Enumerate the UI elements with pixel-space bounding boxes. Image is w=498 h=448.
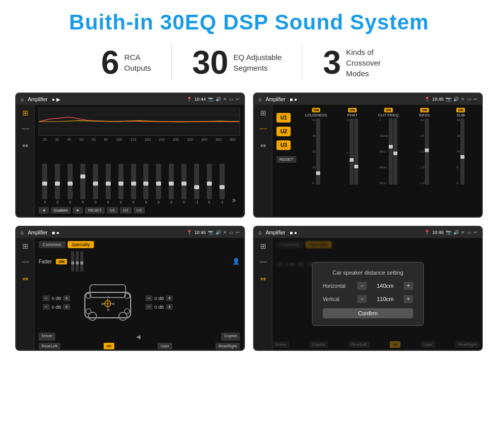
x-icon: ✕	[223, 97, 227, 102]
cr-wave-icon[interactable]: 〰	[260, 125, 267, 133]
fader-bottom-row-2: RearLeft All User RearRight	[39, 343, 240, 349]
eq-slider-15: -1	[220, 164, 225, 204]
main-title: Buith-in 30EQ DSP Sound System	[15, 10, 483, 35]
sub-on-badge[interactable]: ON	[456, 108, 465, 112]
stat-crossover-text: Kinds of Crossover Modes	[346, 47, 397, 79]
cr-arrows-icon[interactable]: ⇔	[260, 141, 266, 150]
volume-icon-2: 🔊	[453, 97, 459, 102]
back-icon[interactable]: ↩	[236, 97, 240, 102]
stat-eq-number: 30	[192, 46, 228, 79]
home-icon-3[interactable]: ⌂	[20, 229, 24, 235]
screen-crossover-body: ⊞ 〰 ⇔ U1 U2 U3 RESET	[254, 105, 482, 217]
fader-db-value-1: 0 dB	[52, 296, 61, 301]
loudness-on-badge[interactable]: ON	[312, 108, 321, 112]
eq-u3-button[interactable]: U3	[134, 207, 145, 214]
fader-rearright-button[interactable]: RearRight	[215, 343, 240, 349]
home-icon[interactable]: ⌂	[20, 96, 24, 102]
arrows-icon[interactable]: ⇔	[22, 141, 28, 150]
vertical-ctrl: − 110cm +	[357, 295, 413, 303]
fader-db-value-4: 0 dB	[154, 305, 164, 310]
fader-tab-common[interactable]: Common	[39, 241, 66, 248]
screen-eq-sidebar: ⊞ 〰 ⇔	[16, 105, 35, 217]
dist-user-button: User	[421, 341, 435, 348]
u3-button[interactable]: U3	[276, 140, 291, 150]
home-icon-4[interactable]: ⌂	[258, 229, 262, 235]
fader-tab-specialty[interactable]: Specialty	[68, 241, 95, 248]
fader-right-db: − 0 dB + − 0 dB +	[145, 295, 173, 310]
topbar-icons-2: 📍 10:45 📷 🔊 ✕ ▭ ↩	[424, 97, 478, 102]
horizontal-ctrl: − 140cm +	[357, 282, 413, 290]
back-icon-4[interactable]: ↩	[474, 230, 478, 235]
fader-db-minus-1[interactable]: −	[43, 295, 50, 301]
fader-db-plus-3[interactable]: +	[166, 295, 173, 301]
bass-on-badge[interactable]: ON	[420, 108, 429, 112]
fader-db-plus-1[interactable]: +	[63, 295, 70, 301]
fader-person-icon: 👤	[232, 258, 240, 265]
fader-eq-icon[interactable]: ⊞	[22, 242, 28, 250]
eq-slider-13: -1	[194, 164, 199, 204]
dialog-vertical-row: Vertical − 110cm +	[323, 295, 413, 303]
fader-db-minus-3[interactable]: −	[145, 295, 152, 301]
fader-db-control-3: − 0 dB +	[145, 295, 173, 301]
wave-icon[interactable]: 〰	[22, 125, 29, 133]
eq-u1-button[interactable]: U1	[107, 207, 118, 214]
home-icon-2[interactable]: ⌂	[258, 96, 262, 102]
svg-text:►: ►	[112, 302, 116, 306]
camera-icon-4: 📷	[446, 230, 451, 235]
crossover-channels: ON LOUDNESS 64 48 32 16 0	[299, 108, 478, 214]
fader-bottom-row: Driver ◄ Copilot	[39, 333, 240, 341]
camera-icon-2: 📷	[446, 97, 451, 102]
camera-icon-3: 📷	[208, 230, 213, 235]
fader-copilot-button[interactable]: Copilot	[221, 333, 240, 341]
eq-play-button[interactable]: ►	[73, 207, 83, 214]
eq-u2-button[interactable]: U2	[120, 207, 131, 214]
fader-db-value-2: 0 dB	[52, 305, 61, 310]
window-icon-4: ▭	[467, 230, 472, 235]
eq-prev-button[interactable]: ◄	[39, 207, 49, 214]
u2-button[interactable]: U2	[276, 127, 291, 136]
fader-driver-button[interactable]: Driver	[39, 333, 55, 341]
cutfreq-on-badge[interactable]: ON	[384, 108, 393, 112]
volume-icon-4: 🔊	[453, 230, 459, 235]
fader-left-chevron[interactable]: ◄	[135, 333, 142, 341]
fader-rearleft-button[interactable]: RearLeft	[39, 343, 60, 349]
horizontal-value: 140cm	[370, 283, 400, 289]
eq-filter-icon[interactable]: ⊞	[22, 109, 28, 117]
u1-button[interactable]: U1	[276, 113, 291, 123]
crossover-reset-button[interactable]: RESET	[276, 156, 296, 163]
fader-db-minus-2[interactable]: −	[43, 304, 50, 310]
screen-fader-time: 10:46	[194, 230, 206, 235]
horizontal-plus-button[interactable]: +	[403, 282, 413, 290]
vertical-minus-button[interactable]: −	[357, 295, 367, 303]
eq-reset-button[interactable]: RESET	[85, 207, 105, 214]
car-diagram: ▲ ▼ ◄ ►	[77, 275, 138, 331]
fader-on-toggle[interactable]: ON	[56, 259, 67, 264]
stat-rca-text: RCA Outputs	[124, 52, 151, 73]
back-icon-3[interactable]: ↩	[236, 230, 240, 235]
eq-sliders-row: 0 0 0 5	[39, 143, 240, 204]
location-icon: 📍	[186, 97, 192, 102]
dist-arrows-icon[interactable]: ⇔	[260, 275, 266, 283]
fader-all-button[interactable]: All	[104, 343, 114, 349]
dist-eq-icon[interactable]: ⊞	[260, 242, 266, 250]
confirm-button[interactable]: Confirm	[323, 308, 413, 318]
stats-row: 6 RCA Outputs 30 EQ Adjustable Segments …	[15, 45, 483, 80]
stat-eq-text: EQ Adjustable Segments	[233, 52, 282, 73]
fader-db-plus-2[interactable]: +	[63, 304, 70, 310]
crossover-main-content: U1 U2 U3 RESET ON LOUDNESS	[272, 105, 482, 217]
cr-eq-icon[interactable]: ⊞	[260, 109, 266, 117]
fader-db-minus-4[interactable]: −	[145, 304, 152, 310]
fader-db-plus-4[interactable]: +	[166, 304, 173, 310]
dist-wave-icon[interactable]: 〰	[260, 258, 267, 266]
fader-user-button[interactable]: User	[158, 343, 172, 349]
phat-on-badge[interactable]: ON	[348, 108, 357, 112]
fader-arrows-icon[interactable]: ⇔	[22, 275, 28, 283]
screen-crossover-title: Amplifier ■ ●	[266, 97, 421, 102]
eq-more-icon[interactable]: »	[232, 196, 236, 204]
vertical-plus-button[interactable]: +	[403, 295, 413, 303]
back-icon-2[interactable]: ↩	[474, 97, 478, 102]
fader-wave-icon[interactable]: 〰	[22, 258, 29, 266]
fader-mini-sliders	[71, 251, 83, 272]
eq-slider-12: 0	[181, 164, 186, 204]
horizontal-minus-button[interactable]: −	[357, 282, 367, 290]
